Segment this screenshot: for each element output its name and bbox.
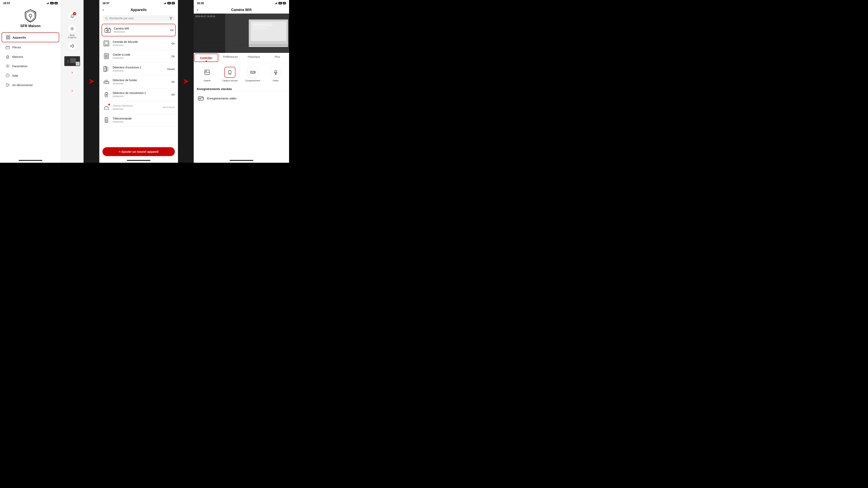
device-name-ouverture: Détecteur d'ouverture 1 — [113, 66, 165, 69]
device-item-camera-wifi[interactable]: Caméra Wifi showroom On — [102, 24, 176, 36]
signal-icon-2 — [164, 2, 166, 4]
sidebar-item-maisons[interactable]: Maisons — [2, 52, 59, 61]
control-capture[interactable]: Capture d'écran — [220, 67, 240, 82]
device-status-mouvement: On — [172, 93, 175, 96]
camera-thumbnail[interactable] — [64, 56, 80, 66]
device-info-mouvement: Détecteur de mouvement 1 showroom — [113, 91, 169, 98]
device-item-mouvement[interactable]: Détecteur de mouvement 1 showroom On — [102, 88, 176, 101]
chevron-right-2[interactable]: › — [71, 88, 73, 93]
control-parler[interactable]: Parler — [266, 67, 286, 82]
app-logo-area: SFR Maison — [0, 5, 61, 30]
add-device-button[interactable]: + Ajouter un nouvel appareil — [102, 147, 175, 156]
device-info-centrale: Centrale de Sécurité showroom — [113, 40, 169, 46]
signal-icon-1 — [46, 2, 49, 4]
sidebar-item-label-deconnecter: Se déconnecter — [12, 83, 33, 87]
svg-rect-0 — [46, 4, 47, 4]
tab-plus[interactable]: Plus — [266, 53, 289, 63]
device-room-clavier: showroom — [113, 57, 169, 59]
tab-historique[interactable]: Historique — [242, 53, 266, 63]
svg-rect-76 — [253, 27, 269, 29]
device-list: Caméra Wifi showroom On Centrale de Sécu… — [99, 23, 178, 145]
device-item-centrale[interactable]: Centrale de Sécurité showroom On — [102, 37, 176, 50]
screen2-header: ‹ Appareils — [99, 5, 178, 13]
battery-badge-2: 66 — [172, 2, 175, 4]
sidebar-item-label-parametres: Paramètres — [12, 64, 28, 68]
megaphone-button[interactable] — [68, 42, 76, 50]
svg-point-80 — [206, 71, 207, 72]
sidebar-item-pieces[interactable]: Pièces — [2, 43, 59, 52]
parametres-icon — [5, 64, 10, 68]
svg-point-39 — [106, 55, 107, 56]
back-button-3[interactable]: ‹ — [197, 7, 198, 12]
svg-rect-26 — [165, 2, 166, 4]
app-name: SFR Maison — [20, 24, 40, 28]
svg-rect-24 — [164, 3, 165, 4]
chevron-right-1[interactable]: › — [71, 70, 73, 74]
svg-rect-69 — [277, 2, 277, 4]
screenshot-icon — [227, 70, 232, 75]
smoke-detector-icon — [103, 78, 110, 85]
svg-line-56 — [107, 80, 107, 80]
fumee-icon — [102, 78, 110, 86]
filter-icon[interactable] — [169, 17, 173, 20]
device-name-telecommande: Télécommande — [113, 117, 173, 120]
svg-rect-66 — [275, 4, 275, 4]
device-item-fumee[interactable]: Détecteur de fumée showroom On — [102, 75, 176, 88]
svg-point-91 — [200, 98, 200, 99]
svg-point-42 — [106, 56, 107, 57]
device-item-ouverture[interactable]: Détecteur d'ouverture 1 showroom Ouvert — [102, 63, 176, 75]
expand-icon[interactable] — [76, 62, 80, 66]
search-input[interactable] — [110, 17, 168, 20]
time-2: 16:57 — [102, 2, 110, 5]
svg-rect-1 — [47, 3, 48, 4]
device-room-sirene: showroom — [113, 108, 160, 110]
device-room-mouvement: showroom — [113, 95, 169, 98]
control-galerie[interactable]: Galerie — [197, 67, 217, 82]
svg-rect-2 — [48, 3, 48, 4]
svg-point-38 — [105, 55, 106, 56]
sidebar-item-deconnecter[interactable]: Se déconnecter — [2, 80, 59, 90]
sidebar-item-parametres[interactable]: Paramètres — [2, 62, 59, 71]
parler-label: Parler — [273, 79, 278, 82]
back-button-2[interactable]: ‹ — [102, 7, 104, 12]
storage-item-video[interactable]: Enregistrements vidéo — [194, 91, 289, 105]
video-storage-icon — [197, 94, 205, 102]
arrow-panel-1: ➤ — [84, 0, 99, 163]
device-item-clavier[interactable]: Clavier à code showroom On — [102, 50, 176, 63]
settings-button-middle[interactable] — [68, 24, 76, 33]
mouvement-icon — [102, 91, 110, 98]
home-indicator-2 — [127, 160, 150, 161]
svg-rect-67 — [276, 3, 276, 4]
sidebar-item-aide[interactable]: ? Aide — [2, 71, 59, 80]
svg-point-41 — [105, 56, 106, 57]
door-sensor-icon — [103, 65, 110, 72]
red-arrow-1: ➤ — [89, 77, 94, 86]
screen-camera-wifi: 16:26 4G 69 ‹ Caméra Wifi — [194, 0, 289, 163]
tab-controler[interactable]: Contrôler — [194, 54, 218, 62]
svg-line-6 — [34, 12, 35, 13]
device-item-telecommande[interactable]: Télécommande showroom — [102, 114, 176, 127]
svg-point-61 — [106, 119, 107, 120]
device-name-mouvement: Détecteur de mouvement 1 — [113, 91, 169, 95]
control-enregistrement[interactable]: REC Enregistrement — [243, 67, 263, 82]
help-icon: ? — [6, 73, 10, 77]
device-item-sirene[interactable]: Sirène intérieure showroom déconnecté — [102, 101, 176, 114]
expand-arrows-icon — [76, 63, 79, 65]
capture-icon-box — [224, 67, 236, 78]
pieces-icon — [5, 45, 10, 49]
svg-rect-11 — [8, 38, 10, 39]
device-status-centrale: On — [172, 42, 175, 45]
ouverture-icon — [102, 65, 110, 73]
svg-point-43 — [107, 56, 108, 57]
camera-timestamp: 2024-03-27 16:26:31 — [195, 15, 215, 18]
device-status-sirene: déconnecté — [163, 106, 175, 109]
device-info-fumee: Détecteur de fumée showroom — [113, 78, 169, 85]
device-status-fumee: On — [172, 80, 175, 83]
device-status-ouverture: Ouvert — [167, 68, 175, 71]
sidebar-item-appareils[interactable]: Appareils — [2, 32, 59, 42]
device-info-telecommande: Télécommande showroom — [113, 117, 173, 123]
tab-preferences[interactable]: Préférences — [219, 53, 242, 63]
motion-detector-icon — [103, 91, 110, 98]
notification-bell[interactable]: 30 — [68, 12, 76, 21]
galerie-icon-box — [202, 67, 213, 78]
